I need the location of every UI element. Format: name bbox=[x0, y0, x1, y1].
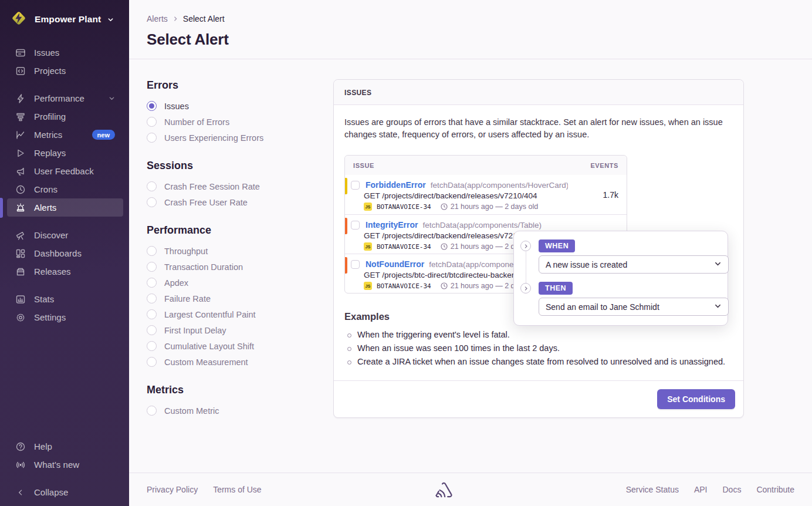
radio-icon[interactable] bbox=[147, 309, 157, 319]
sidebar-item-stats[interactable]: Stats bbox=[0, 290, 129, 308]
radio-icon[interactable] bbox=[147, 294, 157, 303]
examples-list: When the triggering event's level is fat… bbox=[344, 328, 733, 369]
breadcrumb: Alerts Select Alert bbox=[147, 14, 794, 23]
gear-icon bbox=[15, 312, 26, 323]
alert-option-failure-rate[interactable]: Failure Rate bbox=[147, 291, 326, 306]
table-header: ISSUE EVENTS bbox=[345, 156, 627, 175]
alert-option-first-input-delay[interactable]: First Input Delay bbox=[147, 322, 326, 338]
events-count: 1.7k bbox=[603, 190, 618, 200]
terms-of-use-link[interactable]: Terms of Use bbox=[213, 485, 261, 494]
chevron-circle-icon bbox=[520, 241, 531, 251]
radio-icon[interactable] bbox=[147, 325, 157, 335]
page-title: Select Alert bbox=[147, 31, 794, 49]
sidebar-item-label: Collapse bbox=[34, 487, 68, 497]
service-status-link[interactable]: Service Status bbox=[626, 485, 679, 494]
dashboards-icon bbox=[15, 248, 26, 259]
sidebar-item-replays[interactable]: Replays bbox=[0, 144, 129, 162]
sidebar-item-label: Crons bbox=[34, 184, 57, 194]
option-group-sessions: Sessions Crash Free Session Rate Crash F… bbox=[147, 160, 326, 210]
performance-icon bbox=[15, 93, 26, 104]
panel-description: Issues are groups of errors that have a … bbox=[344, 116, 733, 141]
sidebar-item-label: Metrics bbox=[34, 130, 62, 140]
sidebar-item-label: Profiling bbox=[34, 112, 66, 122]
page-footer: Privacy Policy Terms of Use Service Stat… bbox=[129, 473, 812, 506]
sidebar-item-help[interactable]: Help bbox=[0, 437, 129, 456]
issue-checkbox[interactable] bbox=[351, 260, 360, 269]
issue-title-link[interactable]: IntegrityError bbox=[366, 220, 418, 230]
group-heading: Errors bbox=[147, 79, 326, 92]
alert-option-throughput[interactable]: Throughput bbox=[147, 243, 326, 259]
alert-option-transaction-duration[interactable]: Transaction Duration bbox=[147, 259, 326, 275]
sidebar-item-label: Dashboards bbox=[34, 248, 82, 258]
radio-icon[interactable] bbox=[147, 262, 157, 272]
when-condition-value: A new issue is created bbox=[546, 260, 627, 269]
issue-short-id: BOTANAVOICE-34 bbox=[377, 203, 431, 211]
column-issue: ISSUE bbox=[353, 162, 374, 169]
panel-footer: Set Conditions bbox=[334, 380, 743, 417]
issue-culprit: fetchData(app/component bbox=[429, 260, 520, 269]
radio-icon[interactable] bbox=[147, 117, 157, 127]
sidebar-nav: Issues Projects Performance Profiling Me… bbox=[0, 43, 129, 326]
issue-checkbox[interactable] bbox=[351, 221, 360, 230]
table-row[interactable]: ForbiddenError fetchData(app/components/… bbox=[345, 175, 627, 214]
javascript-platform-icon: JS bbox=[364, 242, 372, 251]
radio-icon[interactable] bbox=[147, 406, 157, 416]
issue-title-link[interactable]: ForbiddenError bbox=[366, 180, 426, 190]
org-switcher[interactable]: Empower Plant bbox=[0, 0, 129, 30]
sidebar-item-profiling[interactable]: Profiling bbox=[0, 107, 129, 126]
sidebar-item-whats-new[interactable]: What's new bbox=[0, 456, 129, 474]
api-link[interactable]: API bbox=[694, 485, 708, 494]
sidebar-item-alerts[interactable]: Alerts bbox=[7, 198, 123, 217]
group-heading: Metrics bbox=[147, 384, 326, 396]
alert-option-custom-measurement[interactable]: Custom Measurement bbox=[147, 354, 326, 370]
sidebar-item-crons[interactable]: Crons bbox=[0, 180, 129, 198]
sidebar-item-releases[interactable]: Releases bbox=[0, 262, 129, 281]
group-heading: Sessions bbox=[147, 160, 326, 172]
alerts-siren-icon bbox=[15, 203, 26, 213]
set-conditions-button[interactable]: Set Conditions bbox=[657, 389, 735, 409]
radio-icon[interactable] bbox=[147, 246, 157, 256]
sidebar-item-discover[interactable]: Discover bbox=[0, 226, 129, 244]
radio-icon[interactable] bbox=[147, 181, 157, 191]
alert-option-custom-metric[interactable]: Custom Metric bbox=[147, 403, 326, 419]
docs-link[interactable]: Docs bbox=[723, 485, 742, 494]
sidebar-item-dashboards[interactable]: Dashboards bbox=[0, 244, 129, 262]
radio-icon[interactable] bbox=[147, 357, 157, 367]
sidebar-item-user-feedback[interactable]: User Feedback bbox=[0, 162, 129, 180]
when-condition-select[interactable]: A new issue is created bbox=[539, 255, 729, 274]
replays-icon bbox=[15, 148, 26, 158]
radio-icon[interactable] bbox=[147, 341, 157, 351]
alert-option-apdex[interactable]: Apdex bbox=[147, 275, 326, 291]
sidebar-item-performance[interactable]: Performance bbox=[0, 89, 129, 107]
radio-icon[interactable] bbox=[147, 278, 157, 288]
alert-option-crash-free-user-rate[interactable]: Crash Free User Rate bbox=[147, 194, 326, 210]
sidebar-item-settings[interactable]: Settings bbox=[0, 308, 129, 326]
then-action-select[interactable]: Send an email to Jane Schmidt bbox=[539, 298, 729, 316]
privacy-policy-link[interactable]: Privacy Policy bbox=[147, 485, 198, 494]
condition-builder-card: WHEN A new issue is created THEN Send an… bbox=[513, 231, 728, 326]
alert-option-issues[interactable]: Issues bbox=[147, 98, 326, 114]
help-icon bbox=[15, 441, 26, 452]
user-feedback-icon bbox=[15, 166, 26, 177]
alert-option-users-experiencing-errors[interactable]: Users Experiencing Errors bbox=[147, 130, 326, 146]
sidebar-item-metrics[interactable]: Metrics new bbox=[0, 126, 129, 144]
active-nav-indicator bbox=[0, 198, 3, 218]
sidebar-item-projects[interactable]: Projects bbox=[0, 62, 129, 80]
issue-short-id: BOTANAVOICE-34 bbox=[377, 243, 431, 251]
contribute-link[interactable]: Contribute bbox=[756, 485, 794, 494]
breadcrumb-alerts-link[interactable]: Alerts bbox=[147, 14, 168, 23]
issue-title-link[interactable]: NotFoundError bbox=[366, 259, 424, 269]
radio-icon[interactable] bbox=[147, 197, 157, 207]
alert-option-number-of-errors[interactable]: Number of Errors bbox=[147, 114, 326, 130]
alert-option-crash-free-session-rate[interactable]: Crash Free Session Rate bbox=[147, 178, 326, 194]
alert-option-cumulative-layout-shift[interactable]: Cumulative Layout Shift bbox=[147, 338, 326, 354]
issue-checkbox[interactable] bbox=[351, 181, 360, 190]
example-item: Create a JIRA ticket when an issue chang… bbox=[344, 355, 733, 369]
sidebar-item-issues[interactable]: Issues bbox=[0, 43, 129, 62]
alert-option-largest-contentful-paint[interactable]: Largest Contentful Paint bbox=[147, 306, 326, 322]
sidebar-collapse-button[interactable]: Collapse bbox=[0, 483, 129, 501]
radio-icon[interactable] bbox=[147, 101, 157, 111]
radio-icon[interactable] bbox=[147, 133, 157, 143]
option-group-performance: Performance Throughput Transaction Durat… bbox=[147, 224, 326, 370]
sidebar-item-label: Releases bbox=[34, 267, 71, 276]
